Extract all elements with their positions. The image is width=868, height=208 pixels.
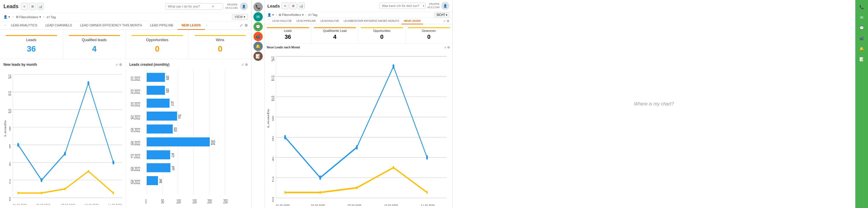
svg-text:6: 6 [9,143,10,149]
svg-text:05.2022: 05.2022 [131,127,140,133]
s2-header-icons: ≡ ⊞ 📊 [281,2,305,9]
svg-point-102 [427,191,428,194]
s2-grid-icon[interactable]: ⊞ [290,2,297,9]
s2-expand-chart-icon[interactable]: ⤢ [444,46,446,49]
stat-wins: Wins 0 [189,30,252,59]
tab-lead-pipeline[interactable]: LEAD PIPELINE [146,21,177,30]
s2-chart-panel: Neue Leads nach Monat ⤢ ⚙ 0 2 4 6 8 10 1… [265,43,452,208]
s2-avatar[interactable]: 👤 [441,2,450,10]
expand-bar-chart-icon[interactable]: ⤢ [241,63,244,67]
s2-settings-chart-icon[interactable]: ⚙ [447,46,450,49]
tab-lead-analytics[interactable]: LEAD ANALYTICS [7,21,42,30]
s2-tab-pipeline[interactable]: LEAD-PIPELINE [294,18,318,24]
svg-text:12: 12 [8,90,11,96]
s2-tag-item[interactable]: 🏷 Tag [308,13,317,17]
right-video-btn[interactable]: 📹 [857,34,866,43]
line-chart-svg: 0 2 4 6 8 10 12 14 01.09.2022 02.09. [3,69,122,205]
s2-search-box[interactable]: › [379,3,426,9]
svg-point-101 [393,166,394,169]
stats-row: Leads 36 Qualified leads 4 Opportunities… [0,30,251,59]
svg-text:2: 2 [272,175,274,183]
settings-bar-chart-icon[interactable]: ⚙ [245,63,248,67]
svg-text:09.2022: 09.2022 [131,179,140,185]
wins-top-bar [195,35,246,36]
bell-action-btn[interactable]: 🔔 [253,42,263,51]
svg-text:76: 76 [172,165,175,172]
bar-chart-svg: 0 50 100 150 200 250 01.2022 59 02 [129,69,248,205]
user-icon-item[interactable]: 👤 ▾ [3,15,10,19]
s2-tab-neue-leads[interactable]: NEUE LEADS [402,18,423,24]
right-email-btn[interactable]: ✉ [857,13,866,22]
phone-action-btn[interactable]: 📞 [253,2,263,11]
s2-toolbar: 👤 ▾ • ⊞ Filters/folders ▾ • 🏷 Tag SICHT … [265,12,452,18]
stat-opportunities: Opportunities 0 [126,30,189,59]
chat-action-btn[interactable]: 💬 [253,22,263,31]
s2-stat-wins: Gewonnen 0 [406,24,453,43]
s2-search-chevron: › [423,4,424,8]
s2-chart-icon[interactable]: 📊 [298,2,305,9]
search-chevron-icon: › [212,4,214,8]
s2-search-input[interactable] [382,4,422,7]
tab-lead-channels[interactable]: LEAD CHANNELS [41,21,76,30]
left-toolbar: 👤 ▾ • ⊞ Filters/folders ▾ • 🏷 Tag VIEW ▾ [0,13,251,21]
stat-opps-label: Opportunities [146,38,168,42]
s2-chart-title: Neue Leads nach Monat [267,46,300,49]
s2-filters-item[interactable]: ⊞ Filters/folders ▾ [279,13,304,17]
expand-icon[interactable]: ⤢ [240,23,243,28]
filters-item[interactable]: ⊞ Filters/folders ▾ [16,15,41,19]
svg-text:36: 36 [159,178,162,184]
tag-item[interactable]: 🏷 Tag [46,16,56,19]
tab-new-leads[interactable]: NEW LEADS [178,21,205,30]
right-note-btn[interactable]: 📝 [857,55,866,64]
svg-point-25 [113,160,114,165]
svg-text:8: 8 [272,114,274,122]
search-box[interactable]: › [165,3,223,9]
s2-sep2: • [306,13,307,17]
s2-tab-arrow-left[interactable]: ‹ [267,18,270,24]
svg-text:14.09.2022: 14.09.2022 [421,203,435,206]
settings-icon[interactable]: ⚙ [245,23,248,28]
s2-tab-leadanalyse[interactable]: LEADANALYSE [318,18,341,24]
stat-leads-label: Leads [26,38,36,42]
right-chat-btn[interactable]: 💬 [857,23,866,32]
svg-text:08.2022: 08.2022 [131,166,140,172]
svg-point-29 [88,170,89,173]
svg-text:150: 150 [192,198,197,204]
s2-view-btn[interactable]: SICHT ▾ [434,13,450,17]
svg-point-24 [87,81,89,85]
svg-point-27 [41,192,42,195]
bar-chart-header: Leads created (monthly) ⤢ ⚙ [129,63,248,67]
s2-list-icon[interactable]: ≡ [281,2,288,9]
chart-icon-btn[interactable]: 📊 [37,3,44,10]
stat-qualified-value: 4 [92,44,97,54]
s2-tab-analyse[interactable]: LEAD-ANALYSE [270,18,294,24]
search-input[interactable] [168,5,211,8]
list-icon-btn[interactable]: ≡ [21,3,28,10]
right-phone-btn[interactable]: 📞 [857,2,866,11]
svg-text:07.09.2022: 07.09.2022 [348,203,361,206]
s2-stat-qualified-value: 4 [333,34,337,40]
s2-tab-effizienz[interactable]: LEADBESITZER-EFFIZIENZ DIESES MONATS [341,18,402,24]
video-action-btn[interactable]: 📹 [253,32,263,41]
s2-expand-icon[interactable]: ⤢ [443,20,445,23]
s2-user-item[interactable]: 👤 ▾ [267,13,274,17]
tab-arrow-right[interactable]: › [205,24,208,27]
note-action-btn[interactable]: 📝 [253,52,263,61]
settings-line-chart-icon[interactable]: ⚙ [119,63,122,67]
expand-line-chart-icon[interactable]: ⤢ [116,63,118,67]
svg-text:12: 12 [271,74,275,82]
tab-arrow-left[interactable]: ‹ [3,24,7,27]
svg-text:100: 100 [177,198,181,204]
s2-chart-header: Neue Leads nach Monat ⤢ ⚙ [267,46,450,49]
filter-icon: ⊞ [16,15,19,19]
tab-lead-owner[interactable]: LEAD OWNER EFFICIENCY THIS MONTH [76,21,146,30]
svg-point-96 [393,64,394,69]
right-bell-btn[interactable]: 🔔 [857,44,866,53]
svg-text:12.09.2022: 12.09.2022 [85,202,99,205]
s2-settings-icon[interactable]: ⚙ [447,20,450,23]
svg-text:4: 4 [272,155,274,163]
avatar[interactable]: 👤 [240,2,248,10]
view-button[interactable]: VIEW ▾ [232,14,248,20]
grid-icon-btn[interactable]: ⊞ [29,3,36,10]
email-action-btn[interactable]: ✉ [253,12,263,22]
